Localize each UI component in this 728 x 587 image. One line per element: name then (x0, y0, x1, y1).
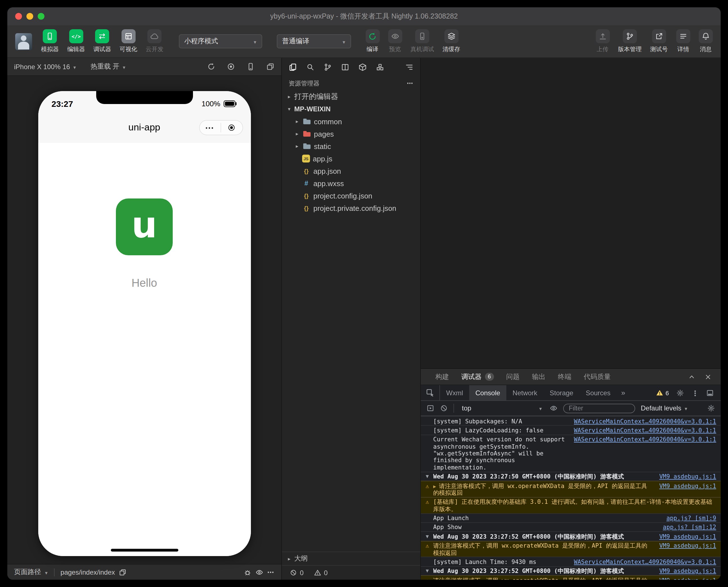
tree-item[interactable]: app.json (282, 165, 420, 177)
version-control-button[interactable]: 版本管理 (618, 29, 642, 53)
source-control-icon[interactable] (323, 63, 332, 71)
close-panel-icon[interactable] (704, 373, 712, 380)
source-link[interactable]: WAServiceMainContext…409260040&v=3.0.1:1 (568, 436, 716, 443)
bug-icon[interactable] (244, 568, 251, 576)
record-icon[interactable] (227, 63, 235, 71)
dock-side-icon[interactable] (706, 389, 714, 397)
hot-reload-select[interactable]: 热重载 开 (91, 62, 126, 71)
console-entry[interactable]: [基础库] 正在使用灰度中的基础库 3.0.1 进行调试。如有问题，请前往工具栏… (421, 497, 721, 513)
tree-item[interactable]: common (282, 115, 420, 127)
files-icon[interactable] (289, 63, 297, 71)
compile-mode-select[interactable]: 普通编译 (276, 34, 351, 48)
kebab-menu-icon[interactable] (691, 388, 699, 398)
chevron-down-icon[interactable] (45, 568, 48, 576)
log-levels-select[interactable]: Default levels (641, 404, 687, 412)
device-icon[interactable] (246, 63, 255, 71)
test-account-button[interactable]: 测试号 (650, 29, 668, 53)
device-select[interactable]: iPhone X 100% 16 (14, 63, 76, 71)
visual-editor-button[interactable]: 可视化 (119, 29, 137, 53)
outline-section[interactable]: ▸ 大纲 (282, 551, 420, 565)
source-link[interactable]: VM9 asdebug.js:1 (654, 473, 716, 480)
cloud-dev-button[interactable]: 云开发 (146, 29, 163, 53)
mode-select[interactable]: 小程序模式 (179, 34, 262, 48)
tree-item[interactable]: static (282, 140, 420, 152)
live-expression-eye-icon[interactable] (550, 404, 558, 412)
details-button[interactable]: 详情 (676, 29, 690, 53)
more-menu-button[interactable] (200, 121, 221, 135)
debugger-tab[interactable]: 构建 (435, 372, 449, 381)
debugger-tab[interactable]: 终端 (558, 372, 571, 381)
console-entry[interactable]: Wed Aug 30 2023 23:27:50 GMT+0800 (中国标准时… (421, 471, 721, 481)
refresh-icon[interactable] (207, 63, 215, 71)
source-link[interactable]: VM9 asdebug.js:1 (654, 577, 716, 580)
debugger-tab[interactable]: 代码质量 (584, 372, 611, 381)
editor-empty-area[interactable] (421, 58, 721, 368)
close-window-button[interactable] (15, 13, 22, 20)
console-entry[interactable]: Wed Aug 30 2023 23:27:52 GMT+0800 (中国标准时… (421, 566, 721, 576)
console-entry[interactable]: 请注意游客模式下，调用 wx.operateWXData 是受限的，API 的返… (421, 541, 721, 557)
console-filter-input[interactable] (563, 403, 635, 413)
close-miniprogram-button[interactable] (221, 121, 242, 135)
source-link[interactable]: app.js? [sm]:9 (661, 514, 716, 521)
eye-icon[interactable] (255, 568, 263, 576)
source-link[interactable]: WAServiceMainContext…409260040&v=3.0.1:1 (568, 427, 716, 434)
tree-item[interactable]: app.wxss (282, 177, 420, 189)
minimize-window-button[interactable] (26, 13, 33, 20)
tree-item[interactable]: app.js (282, 152, 420, 165)
extensions-icon[interactable] (376, 63, 384, 71)
console-entry[interactable]: App Launch app.js? [sm]:9 (421, 513, 721, 522)
more-actions-icon[interactable] (407, 79, 413, 87)
devtools-tab[interactable]: Network (506, 385, 544, 400)
tree-item[interactable]: pages (282, 127, 420, 140)
upload-button[interactable]: 上传 (595, 29, 610, 53)
console-entry[interactable]: [system] Subpackages: N/A WAServiceMainC… (421, 416, 721, 425)
remote-debug-button[interactable]: 真机调试 (410, 29, 434, 53)
project-root[interactable]: ▾ MP-WEIXIN (282, 103, 420, 115)
outline-toggle-icon[interactable] (405, 63, 413, 71)
simulator-toggle-button[interactable]: 模拟器 (41, 29, 59, 53)
preview-button[interactable]: 预览 (388, 29, 402, 53)
console-entry[interactable]: App Show app.js? [sm]:12 (421, 522, 721, 532)
user-avatar[interactable] (15, 33, 32, 50)
source-link[interactable]: WAServiceMainContext…409260040&v=3.0.1:1 (568, 418, 716, 424)
debugger-toggle-button[interactable]: 调试器 (93, 29, 111, 53)
console-entry[interactable]: [system] Launch Time: 9430 ms WAServiceM… (421, 557, 721, 566)
tree-item[interactable]: project.config.json (282, 189, 420, 202)
clear-cache-button[interactable]: 清缓存 (442, 29, 460, 53)
zoom-window-button[interactable] (38, 13, 44, 20)
inspect-element-button[interactable] (421, 385, 440, 400)
source-link[interactable]: WAServiceMainContext…409260040&v=3.0.1:1 (568, 558, 716, 565)
tree-item[interactable]: project.private.config.json (282, 202, 420, 214)
multi-window-icon[interactable] (266, 63, 275, 71)
console-entry[interactable]: Current Wechat version do not support as… (421, 435, 721, 472)
package-icon[interactable] (358, 63, 367, 71)
console-entry[interactable]: 请注意游客模式下，调用 wx.operateWXData 是受限的，API 的返… (421, 575, 721, 580)
editor-toggle-button[interactable]: </> 编辑器 (67, 29, 85, 53)
console-settings-icon[interactable] (707, 404, 715, 412)
devtools-tab[interactable]: Console (469, 385, 506, 400)
open-editors-section[interactable]: ▸ 打开的编辑器 (282, 91, 420, 103)
copy-path-icon[interactable] (119, 568, 127, 576)
devtools-tab[interactable]: Wxml (440, 385, 469, 400)
warnings-indicator[interactable]: 6 (656, 389, 669, 396)
source-link[interactable]: VM9 asdebug.js:1 (654, 568, 716, 574)
source-link[interactable]: VM9 asdebug.js:1 (654, 542, 716, 549)
console-entry[interactable]: [system] LazyCodeLoading: false WAServic… (421, 425, 721, 435)
more-icon[interactable] (267, 568, 275, 576)
source-link[interactable]: app.js? [sm]:12 (657, 524, 716, 531)
source-link[interactable]: VM9 asdebug.js:1 (654, 533, 716, 540)
debugger-tab[interactable]: 输出 (532, 372, 545, 381)
compile-button[interactable]: 编译 (365, 29, 380, 53)
console-sidebar-icon[interactable] (427, 404, 434, 412)
console-entry[interactable]: Wed Aug 30 2023 23:27:52 GMT+0800 (中国标准时… (421, 532, 721, 541)
devtools-tab[interactable]: Storage (544, 385, 579, 400)
collapse-panel-icon[interactable] (688, 373, 696, 380)
debugger-tab[interactable]: 调试器 6 (461, 372, 494, 381)
console-entry[interactable]: 请注意游客模式下，调用 wx.operateWXData 是受限的，API 的返… (421, 481, 721, 497)
clear-console-icon[interactable] (440, 404, 448, 412)
search-icon[interactable] (306, 63, 315, 71)
more-tabs-icon[interactable] (617, 385, 630, 400)
messages-button[interactable]: 消息 (699, 29, 713, 53)
console-context-select[interactable]: top (460, 403, 544, 414)
devtools-tab[interactable]: Sources (579, 385, 617, 400)
